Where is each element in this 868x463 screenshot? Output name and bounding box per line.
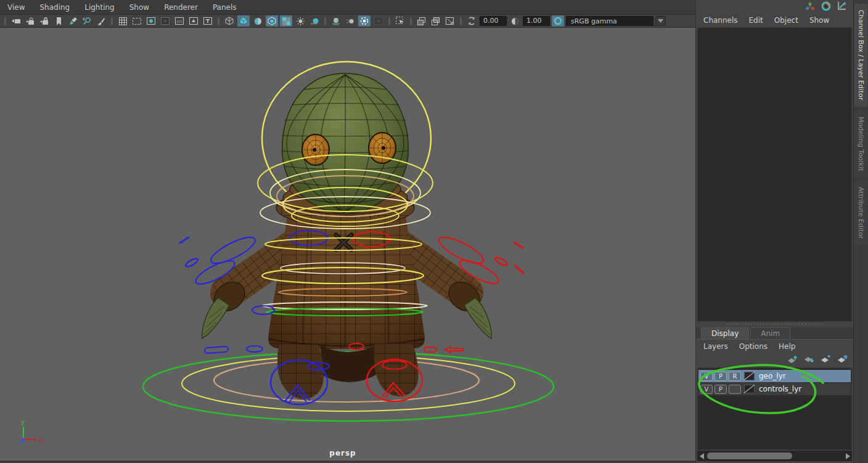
left-eye — [302, 134, 329, 165]
color-management-icon[interactable] — [552, 15, 564, 27]
layer-name[interactable]: controls_lyr — [756, 385, 801, 393]
layer-name[interactable]: geo_lyr — [756, 372, 786, 380]
menu-show[interactable]: Show — [129, 3, 149, 12]
gamma-icon[interactable] — [509, 15, 521, 27]
move-layer-up-icon[interactable] — [787, 355, 798, 365]
menu-layers[interactable]: Layers — [703, 342, 728, 351]
layer-visibility-toggle[interactable]: V — [700, 372, 713, 381]
layer-visibility-toggle[interactable]: V — [700, 385, 713, 394]
menu-lighting[interactable]: Lighting — [84, 3, 115, 12]
gamma-field[interactable]: 1.00 — [523, 16, 550, 26]
menu-channels[interactable]: Channels — [703, 16, 738, 25]
toolbar-separator — [218, 17, 219, 25]
exposure-field[interactable]: 0.00 — [480, 16, 507, 26]
resolution-gate-icon[interactable] — [145, 15, 157, 27]
tab-display[interactable]: Display — [701, 327, 749, 339]
menu-options[interactable]: Options — [739, 342, 768, 351]
ambient-occlusion-icon[interactable] — [330, 15, 342, 27]
toolbar-separator — [410, 17, 412, 25]
depth-of-field-icon[interactable] — [372, 15, 385, 27]
shadows-icon[interactable] — [308, 15, 321, 27]
isolate-select-icon[interactable] — [394, 15, 406, 27]
new-empty-layer-icon[interactable] — [821, 355, 832, 365]
panel-splitter[interactable]: ································ — [696, 322, 853, 327]
layer-playback-toggle[interactable]: P — [714, 372, 727, 381]
svg-text:y: y — [21, 419, 25, 425]
tab-modeling-toolkit[interactable]: Modeling Toolkit — [854, 110, 867, 178]
menu-object[interactable]: Object — [774, 16, 798, 25]
toolbar-separator — [111, 17, 113, 25]
menu-renderer[interactable]: Renderer — [164, 3, 198, 12]
snapshot-icon[interactable] — [444, 15, 456, 27]
film-gate-icon[interactable] — [131, 15, 143, 27]
speed-state-icon[interactable] — [821, 1, 831, 13]
move-layer-down-icon[interactable] — [804, 355, 815, 365]
wireframe-icon[interactable] — [223, 15, 235, 27]
exposure-icon[interactable] — [465, 15, 478, 27]
gate-mask-icon[interactable] — [159, 15, 171, 27]
menu-view[interactable]: View — [7, 3, 25, 12]
panel-menubar: View Shading Lighting Show Renderer Pane… — [0, 0, 695, 15]
field-chart-icon[interactable] — [173, 15, 186, 27]
flat-shade-icon[interactable] — [252, 15, 264, 27]
toolbar-separator — [324, 17, 326, 25]
channel-box-menubar: Channels Edit Object Show — [696, 14, 853, 27]
view-transform-arrow[interactable] — [655, 16, 666, 26]
toolbar-separator — [4, 17, 6, 25]
viewport-scene: persp y x — [0, 28, 695, 461]
composite-layers-icon[interactable] — [430, 15, 442, 27]
layer-display-type-toggle[interactable]: R — [729, 372, 741, 381]
menu-show-cb[interactable]: Show — [809, 16, 829, 25]
tab-channel-box-layer-editor[interactable]: Channel Box / Layer Editor — [854, 4, 867, 107]
perspective-viewport[interactable]: persp y x — [0, 28, 695, 463]
safe-title-icon[interactable] — [202, 15, 214, 27]
pan-zoom-icon[interactable] — [81, 15, 93, 27]
wireframe-on-shaded-icon[interactable] — [266, 15, 278, 27]
toolbar-separator — [388, 17, 390, 25]
bookmark-icon[interactable] — [52, 15, 65, 27]
manipulator-icon[interactable] — [805, 2, 815, 12]
motion-blur-icon[interactable] — [344, 15, 356, 27]
layer-display-type-toggle[interactable] — [729, 385, 741, 394]
lock-camera-icon[interactable] — [24, 15, 36, 27]
layer-list-scrollbar[interactable] — [697, 451, 852, 461]
layer-playback-toggle[interactable]: P — [714, 385, 727, 394]
textured-icon[interactable] — [280, 15, 292, 27]
view-transform-dropdown[interactable]: sRGB gamma — [566, 16, 653, 26]
menu-shading[interactable]: Shading — [39, 3, 70, 12]
channel-box-list[interactable] — [697, 27, 852, 322]
tab-anim[interactable]: Anim — [750, 327, 790, 339]
scroll-right-arrow[interactable] — [843, 451, 852, 461]
layer-list: V P R geo_lyr V P controls_lyr — [697, 367, 852, 450]
multisample-aa-icon[interactable] — [358, 15, 371, 27]
scroll-thumb[interactable] — [707, 453, 792, 459]
layer-color-swatch[interactable] — [744, 372, 755, 380]
lighting-icon[interactable] — [294, 15, 306, 27]
hyperbolic-graph-icon[interactable] — [837, 1, 847, 12]
menu-edit[interactable]: Edit — [749, 16, 763, 25]
tab-attribute-editor[interactable]: Attribute Editor — [854, 181, 867, 245]
scroll-left-arrow[interactable] — [697, 451, 706, 461]
menu-help[interactable]: Help — [779, 342, 795, 351]
layer-color-swatch[interactable] — [744, 385, 755, 393]
toolbar-separator — [460, 17, 462, 25]
menu-panels[interactable]: Panels — [213, 3, 237, 12]
scene-layers-icon[interactable] — [416, 15, 428, 27]
smooth-shade-icon[interactable] — [237, 15, 250, 27]
new-layer-from-selected-icon[interactable] — [837, 355, 848, 365]
layer-row-controls[interactable]: V P controls_lyr — [698, 383, 851, 395]
safe-action-icon[interactable] — [187, 15, 200, 27]
sidebar-tab-strip: Channel Box / Layer Editor Modeling Tool… — [853, 0, 867, 463]
select-camera-icon[interactable] — [10, 15, 22, 27]
viewport-panel: View Shading Lighting Show Renderer Pane… — [0, 0, 695, 463]
svg-text:x: x — [39, 436, 43, 443]
channel-box-header-icons — [696, 0, 853, 14]
viewport-toolbar: 0.00 1.00 sRGB gamma — [0, 15, 695, 28]
grease-pencil-icon[interactable] — [67, 15, 79, 27]
layer-row-geo[interactable]: V P R geo_lyr — [698, 370, 851, 382]
layer-editor-icons — [696, 353, 853, 367]
grid-icon[interactable] — [117, 15, 129, 27]
camera-attributes-icon[interactable] — [38, 15, 51, 27]
layer-editor-tabs: Display Anim — [696, 327, 853, 340]
paint-brush-icon[interactable] — [95, 15, 107, 27]
